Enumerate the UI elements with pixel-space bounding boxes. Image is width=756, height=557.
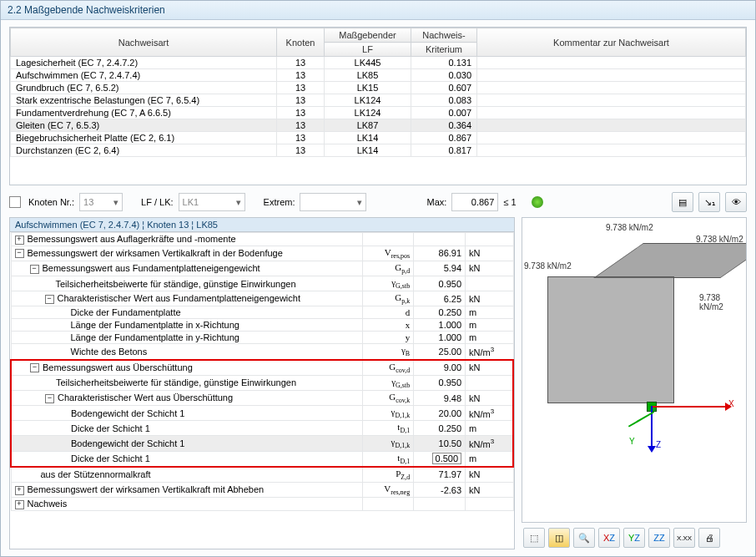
- tree-toggle-icon[interactable]: −: [15, 249, 24, 258]
- detail-row[interactable]: −Charakteristischer Wert aus Fundamentpl…: [11, 291, 513, 306]
- detail-row[interactable]: Dicke der Schicht 1tD,10.250m: [11, 421, 513, 436]
- axis-x-label: X: [728, 399, 734, 408]
- tree-toggle-icon[interactable]: −: [30, 265, 39, 274]
- filter-bar: Knoten Nr.: 13 ▾ LF / LK: LK1 ▾ Extrem: …: [1, 189, 755, 217]
- view-toolbar: ⬚ ◫ 🔍 XZ YZ ZZ X.XX 🖨: [522, 523, 747, 549]
- detail-row[interactable]: −Bemessungswert aus ÜberschüttungGcov,d9…: [11, 360, 513, 376]
- detail-row[interactable]: Länge der Fundamentplatte in x-Richtungx…: [11, 319, 513, 332]
- detail-row[interactable]: Bodengewicht der Schicht 1γD,1,k10.50kN/…: [11, 436, 513, 451]
- axis-z-label: Z: [656, 440, 661, 449]
- col-knoten[interactable]: Knoten: [277, 28, 325, 57]
- view-xz-btn[interactable]: XZ: [598, 528, 620, 548]
- detail-row[interactable]: Dicke der Schicht 1tD,10.500m: [11, 451, 513, 467]
- knoten-label: Knoten Nr.:: [28, 197, 74, 207]
- detail-row[interactable]: Dicke der Fundamentplatted0.250m: [11, 306, 513, 319]
- view-iso-btn[interactable]: ⬚: [523, 528, 545, 548]
- detail-row[interactable]: +Bemessungswert aus Auflagerkräfte und -…: [11, 233, 513, 246]
- detail-title: Aufschwimmen (EC 7, 2.4.7.4) ¦ Knoten 13…: [10, 218, 514, 232]
- max-value: 0.867: [451, 193, 498, 211]
- panel-title: 2.2 Maßgebende Nachweiskriterien: [1, 1, 755, 20]
- table-row[interactable]: Lagesicherheit (EC 7, 2.4.7.2)13LK4450.1…: [11, 57, 746, 69]
- view-print-btn[interactable]: 🖨: [698, 528, 720, 548]
- detail-row[interactable]: −Bemessungswert aus Fundamentplatteneige…: [11, 261, 513, 276]
- eye-btn[interactable]: 👁: [725, 192, 747, 212]
- detail-row[interactable]: Bodengewicht der Schicht 1γD,1,k20.00kN/…: [11, 406, 513, 421]
- tree-toggle-icon[interactable]: −: [45, 394, 54, 403]
- detail-row[interactable]: +Nachweis: [11, 498, 513, 511]
- detail-row[interactable]: −Charakteristischer Wert aus Überschüttu…: [11, 390, 513, 405]
- col-kriterium[interactable]: Kriterium: [411, 43, 477, 57]
- table-row[interactable]: Durchstanzen (EC 2, 6.4)13LK140.817: [11, 144, 746, 157]
- table-row[interactable]: Grundbruch (EC 7, 6.5.2)13LK150.607: [11, 82, 746, 94]
- criteria-table: Nachweisart Knoten Maßgebender Nachweis-…: [9, 27, 747, 185]
- detail-row[interactable]: +Bemessungswert der wirksamen Vertikalkr…: [11, 483, 513, 498]
- detail-row[interactable]: Teilsicherheitsbeiwerte für ständige, gü…: [11, 276, 513, 291]
- goto-btn[interactable]: ↘₁: [698, 192, 720, 212]
- table-row[interactable]: Stark exzentrische Belastungen (EC 7, 6.…: [11, 94, 746, 107]
- detail-row[interactable]: −Bemessungswert der wirksamen Vertikalkr…: [11, 246, 513, 261]
- table-row[interactable]: Gleiten (EC 7, 6.5.3)13LK870.364: [11, 119, 746, 132]
- max-label: Max:: [426, 197, 446, 207]
- status-ok-icon: [532, 196, 543, 208]
- axis-y-label: Y: [629, 437, 635, 446]
- cube-graphic: [547, 251, 723, 427]
- tree-toggle-icon[interactable]: +: [15, 486, 24, 495]
- view-zz-btn[interactable]: ZZ: [648, 528, 670, 548]
- tree-toggle-icon[interactable]: +: [15, 500, 24, 509]
- col-kommentar[interactable]: Kommentar zur Nachweisart: [477, 28, 746, 57]
- 3d-viewport[interactable]: 9.738 kN/m2 9.738 kN/m2 9.738 kN/m2 9.73…: [522, 217, 747, 523]
- view-xxx-btn[interactable]: X.XX: [673, 528, 695, 548]
- extrem-select[interactable]: ▾: [300, 193, 366, 211]
- col-lf[interactable]: LF: [325, 43, 411, 57]
- view-find-btn[interactable]: 🔍: [573, 528, 595, 548]
- load-label-top: 9.738 kN/m2: [606, 223, 653, 232]
- col-krit-group[interactable]: Nachweis-: [411, 28, 477, 43]
- view-box-btn[interactable]: ◫: [548, 528, 570, 548]
- tree-toggle-icon[interactable]: −: [45, 295, 54, 304]
- col-nachweisart[interactable]: Nachweisart: [11, 28, 277, 57]
- col-lf-group[interactable]: Maßgebender: [325, 28, 411, 43]
- detail-row[interactable]: aus der StützennormalkraftPZ,d71.97kN: [11, 467, 513, 483]
- max-condition: ≤ 1: [503, 197, 516, 207]
- view-yz-btn[interactable]: YZ: [623, 528, 645, 548]
- filter-btn-1[interactable]: ▤: [672, 192, 693, 212]
- table-row[interactable]: Fundamentverdrehung (EC 7, A 6.6.5)13LK1…: [11, 107, 746, 119]
- knoten-checkbox[interactable]: [9, 196, 21, 208]
- tree-toggle-icon[interactable]: +: [15, 235, 24, 245]
- lflk-select[interactable]: LK1 ▾: [179, 193, 245, 211]
- tree-toggle-icon[interactable]: −: [30, 363, 39, 372]
- detail-row[interactable]: Länge der Fundamentplatte in y-Richtungy…: [11, 332, 513, 344]
- table-row[interactable]: Aufschwimmen (EC 7, 2.4.7.4)13LK850.030: [11, 69, 746, 82]
- detail-row[interactable]: Wichte des BetonsγB25.00kN/m3: [11, 344, 513, 360]
- knoten-select[interactable]: 13 ▾: [79, 193, 123, 211]
- detail-row[interactable]: Teilsicherheitsbeiwerte für ständige, gü…: [11, 375, 513, 390]
- lflk-label: LF / LK:: [141, 197, 174, 207]
- table-row[interactable]: Biegebruchsicherheit Platte (EC 2, 6.1)1…: [11, 132, 746, 144]
- extrem-label: Extrem:: [264, 197, 295, 207]
